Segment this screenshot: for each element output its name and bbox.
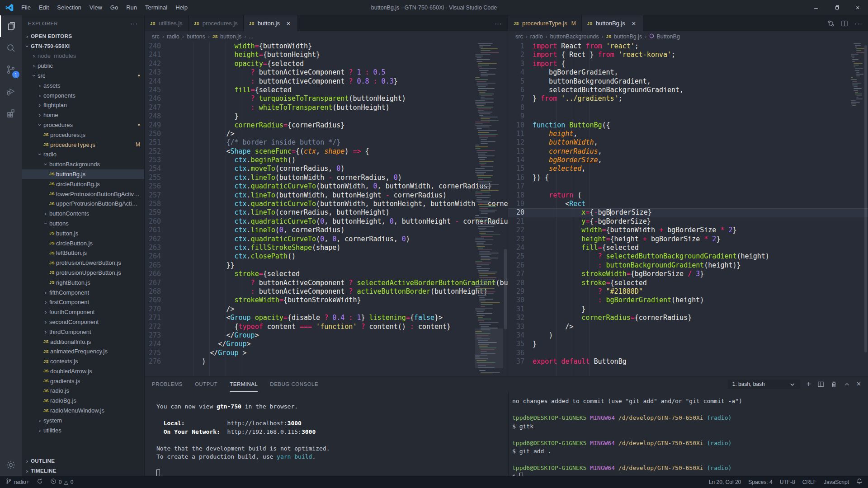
code-editor-buttonbg-js[interactable]: 1import React from 'react';2import { Rec… <box>508 42 868 376</box>
tree-item-radioBg.js[interactable]: JSradioBg.js <box>22 396 144 406</box>
breadcrumb-item[interactable]: ButtonBg <box>649 33 679 40</box>
code-line[interactable]: 254ctx.moveTo(cornerRadius, 0) <box>145 164 508 173</box>
code-line[interactable]: 10function ButtonBg({ <box>508 121 868 130</box>
code-line[interactable]: 271<Group opacity={disable ? 0.4 : 1} li… <box>145 314 508 322</box>
code-line[interactable]: 267? buttonActiveComponent ? selectedAct… <box>145 279 508 287</box>
code-line[interactable]: 33/> <box>508 323 868 331</box>
code-line[interactable]: 30: bgBorderGradient(height) <box>508 296 868 305</box>
close-tab-icon[interactable]: × <box>630 19 637 27</box>
code-line[interactable]: 256ctx.quadraticCurveTo(buttonWidth, 0, … <box>145 182 508 191</box>
code-line[interactable]: 272{typeof content === 'function' ? cont… <box>145 323 508 331</box>
tree-item-radio.js[interactable]: JSradio.js <box>22 386 144 396</box>
tree-item-buttonContents[interactable]: ›buttonContents <box>22 209 144 219</box>
code-line[interactable]: 242opacity={selected <box>145 60 508 68</box>
tree-item-additionalInfo.js[interactable]: JSadditionalInfo.js <box>22 337 144 347</box>
menu-edit[interactable]: Edit <box>35 0 53 15</box>
code-line[interactable]: 23height={height + bgBorderSize * 2} <box>508 235 868 244</box>
code-line[interactable]: 247: whiteToTransparent(buttonHeight) <box>145 103 508 112</box>
breadcrumb-item[interactable]: radio <box>530 33 543 40</box>
minimize-button[interactable]: – <box>806 0 826 15</box>
tree-item-system[interactable]: ›system <box>22 415 144 425</box>
code-line[interactable]: 29? "#21888D" <box>508 287 868 296</box>
tree-item-node_modules[interactable]: ›node_modules <box>22 51 144 61</box>
close-panel-icon[interactable]: × <box>857 380 861 388</box>
tree-item-gradients.js[interactable]: JSgradients.js <box>22 376 144 386</box>
code-line[interactable]: 9 <box>508 112 868 121</box>
code-line[interactable]: 255ctx.lineTo(buttonWidth - cornerRadius… <box>145 174 508 182</box>
tree-item-protrusionLowerButton.js[interactable]: JSprotrusionLowerButton.js <box>22 258 144 268</box>
code-line[interactable]: 31} <box>508 305 868 314</box>
menu-go[interactable]: Go <box>106 0 122 15</box>
code-line[interactable]: 36 <box>508 349 868 357</box>
code-line[interactable]: 260ctx.quadraticCurveTo(0, buttonHeight,… <box>145 217 508 226</box>
tree-item-protrusionUpperButton.js[interactable]: JSprotrusionUpperButton.js <box>22 268 144 278</box>
search-activity-button[interactable] <box>0 37 22 59</box>
terminal-select[interactable]: 1: bash, bash <box>728 380 800 389</box>
split-editor-icon[interactable] <box>841 20 848 27</box>
terminal-npm[interactable]: You can now view gtn-750 in the browser.… <box>145 392 508 476</box>
indentation[interactable]: Spaces: 4 <box>748 479 772 485</box>
code-line[interactable]: 35} <box>508 340 868 348</box>
editor-scrollbar[interactable] <box>863 42 868 376</box>
code-line[interactable]: 16}) { <box>508 174 868 182</box>
breadcrumb-item[interactable]: JSbutton.js <box>212 33 241 40</box>
scrollbar-thumb[interactable] <box>864 45 867 352</box>
menu-run[interactable]: Run <box>122 0 141 15</box>
explorer-activity-button[interactable] <box>0 15 22 37</box>
notifications[interactable] <box>856 478 863 486</box>
problems-status[interactable]: 0△0 <box>50 478 74 486</box>
code-line[interactable]: 262ctx.quadraticCurveTo(0, 0, cornerRadi… <box>145 235 508 244</box>
close-tab-icon[interactable]: × <box>285 19 292 27</box>
tree-item-procedures[interactable]: ›procedures● <box>22 120 144 130</box>
tree-item-secondComponent[interactable]: ›secondComponent <box>22 317 144 327</box>
code-line[interactable]: 249cornerRadius={cornerRadius} <box>145 121 508 130</box>
tree-item-animatedFrequency.js[interactable]: JSanimatedFrequency.js <box>22 347 144 357</box>
code-line[interactable]: 244: buttonActiveComponent ? 0.8 : 0.3} <box>145 77 508 86</box>
tree-item-buttons[interactable]: ›buttons <box>22 219 144 229</box>
settings-gear-button[interactable] <box>0 454 22 476</box>
code-line[interactable]: 6selectedButtonBackgroundGradient, <box>508 86 868 94</box>
tab-buttonBg.js[interactable]: JSbuttonBg.js× <box>582 15 643 31</box>
encoding[interactable]: UTF-8 <box>780 479 795 485</box>
open-changes-icon[interactable] <box>827 20 835 27</box>
breadcrumb-item[interactable]: ... <box>249 33 253 40</box>
tab-procedureType.js[interactable]: JSprocedureType.jsM <box>508 15 582 31</box>
breadcrumb-item[interactable]: JSbuttonBg.js <box>606 33 642 40</box>
tree-item-circleButton.js[interactable]: JScircleButton.js <box>22 238 144 248</box>
tab-button.js[interactable]: JSbutton.js× <box>244 15 298 31</box>
menu-help[interactable]: Help <box>171 0 192 15</box>
tree-item-fifthComponent[interactable]: ›fifthComponent <box>22 287 144 297</box>
tab-procedures.js[interactable]: JSprocedures.js <box>189 15 244 31</box>
tree-item-upperProtrusionButtonBgActive.js[interactable]: JSupperProtrusionButtonBgActive.js <box>22 199 144 209</box>
code-line[interactable]: 7} from '../gradients'; <box>508 94 868 103</box>
code-line[interactable]: 276) <box>145 357 508 366</box>
code-line[interactable]: 261ctx.lineTo(0, cornerRadius) <box>145 226 508 235</box>
new-terminal-button[interactable]: + <box>807 380 811 389</box>
run-debug-activity-button[interactable] <box>0 80 22 102</box>
outline-section[interactable]: › OUTLINE <box>22 456 144 466</box>
code-line[interactable]: 27strokeWidth={bgBorderSize / 3} <box>508 270 868 278</box>
code-line[interactable]: 12buttonWidth, <box>508 138 868 147</box>
code-line[interactable]: 250/> <box>145 130 508 138</box>
tree-item-procedureType.js[interactable]: JSprocedureType.jsM <box>22 140 144 150</box>
tree-item-buttonBackgrounds[interactable]: ›buttonBackgrounds <box>22 160 144 169</box>
tab-utilities.js[interactable]: JSutilities.js <box>145 15 189 31</box>
panel-tab-debug-console[interactable]: DEBUG CONSOLE <box>270 376 318 392</box>
code-line[interactable]: 5buttonBackgroundGradient, <box>508 77 868 86</box>
code-line[interactable]: 274</Group> <box>145 340 508 348</box>
sync-status[interactable] <box>37 478 43 486</box>
code-line[interactable]: 15selected, <box>508 164 868 173</box>
more-actions-icon[interactable]: ··· <box>494 19 502 27</box>
kill-terminal-trash-icon[interactable] <box>830 381 837 388</box>
code-line[interactable]: 245fill={selected <box>145 86 508 94</box>
menu-view[interactable]: View <box>85 0 106 15</box>
code-line[interactable]: 22width={buttonWidth + bgBorderSize * 2} <box>508 226 868 235</box>
tree-item-flightplan[interactable]: ›flightplan <box>22 100 144 110</box>
scrollbar-thumb[interactable] <box>504 249 507 329</box>
tree-item-firstComponent[interactable]: ›firstComponent <box>22 297 144 307</box>
split-terminal-icon[interactable] <box>817 381 824 388</box>
breadcrumb-item[interactable]: buttons <box>187 33 205 40</box>
code-line[interactable]: 21y={-bgBorderSize} <box>508 217 868 226</box>
code-line[interactable]: 26: buttonBackgroundGradient(height)} <box>508 261 868 270</box>
code-line[interactable]: 11height, <box>508 130 868 138</box>
